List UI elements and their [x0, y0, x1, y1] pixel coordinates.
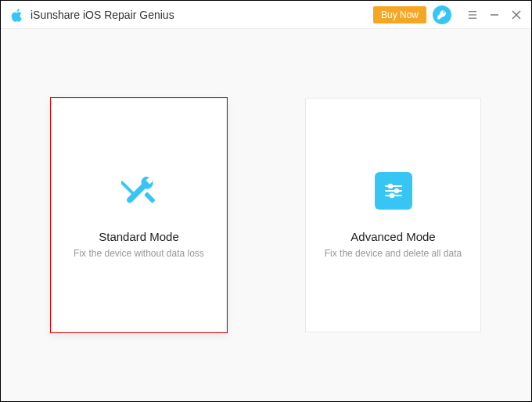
advanced-mode-card[interactable]: Advanced Mode Fix the device and delete …	[305, 98, 481, 332]
titlebar: iSunshare iOS Repair Genius Buy Now	[1, 1, 531, 29]
minimize-icon[interactable]	[486, 6, 503, 23]
standard-mode-title: Standard Mode	[99, 230, 179, 243]
svg-rect-7	[143, 192, 155, 203]
tools-icon	[120, 172, 158, 210]
sliders-icon	[375, 172, 412, 210]
svg-rect-6	[121, 180, 135, 195]
menu-icon[interactable]	[464, 6, 481, 23]
app-logo-icon	[9, 6, 26, 23]
advanced-mode-subtitle: Fix the device and delete all data	[317, 248, 469, 259]
standard-mode-card[interactable]: Standard Mode Fix the device without dat…	[51, 98, 227, 332]
svg-point-9	[388, 184, 391, 187]
standard-mode-subtitle: Fix the device without data loss	[66, 248, 212, 259]
main-content: Standard Mode Fix the device without dat…	[1, 29, 531, 401]
svg-point-11	[394, 188, 397, 192]
svg-point-13	[390, 193, 393, 196]
app-title: iSunshare iOS Repair Genius	[31, 9, 174, 21]
advanced-mode-title: Advanced Mode	[350, 230, 435, 243]
register-key-icon[interactable]	[433, 5, 451, 24]
close-icon[interactable]	[508, 6, 525, 23]
buy-now-button[interactable]: Buy Now	[373, 6, 426, 23]
